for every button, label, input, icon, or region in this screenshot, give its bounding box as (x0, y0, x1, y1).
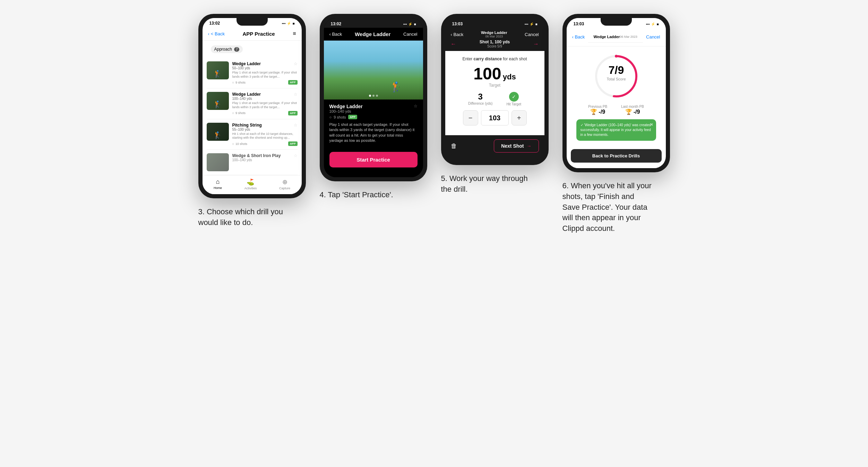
back-drills-btn[interactable]: Back to Practice Drills (571, 149, 662, 163)
notch-2 (358, 18, 389, 26)
time-1: 13:02 (209, 21, 220, 26)
carry-instruction: Enter carry distance for each shot (451, 57, 539, 61)
prev-pb-text: -/9 (599, 109, 605, 115)
back-btn-1[interactable]: ‹ < Back (208, 31, 225, 36)
phone-section-2: 13:02 ▪▪▪ ⚡ ■ ‹ < BackBack Wedge Ladder … (320, 14, 427, 200)
category-row: Approach 7 (203, 41, 302, 58)
drill-name-block-3: Pitching String 55–100 yds (232, 123, 262, 131)
menu-icon-1[interactable]: ≡ (293, 31, 296, 37)
back-label-1: < Back (211, 31, 225, 36)
bottom-nav-activities[interactable]: ⛳ Activities (244, 178, 257, 190)
shot-body: Enter carry distance for each shot 100 y… (445, 51, 544, 135)
drill-name-block-2: Wedge Ladder 100–140 yds (232, 92, 261, 101)
bottom-filler-4 (567, 163, 666, 168)
wifi-icon-2: ⚡ (408, 22, 412, 26)
results-nav: ‹ Back Wedge Ladder 06 Mar 2023 Cancel (567, 28, 666, 46)
difference-label: Difference (yds) (468, 102, 492, 105)
drill-thumb-golfer-1: 🏌️ (213, 70, 222, 78)
stepper-minus-btn[interactable]: − (463, 110, 478, 126)
drill-footer-3: ○ 10 shots APP (232, 141, 298, 146)
activities-icon: ⛳ (247, 178, 254, 186)
star-icon-1: ☆ (294, 61, 298, 66)
phone-frame-1: 13:02 ▪▪▪ ⚡ ■ ‹ < Back APP Practice ≡ (198, 14, 306, 198)
capture-icon: ⊕ (282, 178, 287, 186)
time-3: 13:03 (452, 21, 463, 26)
phone-screen-1: 13:02 ▪▪▪ ⚡ ■ ‹ < Back APP Practice ≡ (203, 18, 302, 194)
status-bar-2: 13:02 ▪▪▪ ⚡ ■ (324, 18, 423, 28)
drill-item-3[interactable]: 🏌️ Pitching String 55–100 yds ☆ Hit 1 sh… (207, 119, 298, 150)
back-btn-4[interactable]: ‹ Back (572, 34, 585, 40)
prev-pb-value: 🏆 -/9 (588, 109, 607, 115)
nav-header-1: ‹ < Back APP Practice ≡ (203, 27, 302, 41)
next-arrow[interactable]: → (533, 41, 539, 47)
svg-text:Total Score: Total Score (607, 77, 626, 81)
drill-thumb-3: 🏌️ (207, 123, 229, 141)
caption-1: 3. Choose which drill you would like to … (198, 207, 289, 228)
drill-item-1[interactable]: 🏌️ Wedge Ladder 50–100 yds ☆ Play 1 shot… (207, 58, 298, 88)
svg-text:7/9: 7/9 (608, 64, 624, 76)
shot-number: Shot 1, 100 yds (480, 40, 510, 44)
wedge-nav: ‹ < BackBack Wedge Ladder Cancel (324, 28, 423, 41)
drill-desc-2: Play 1 shot at each target yardage. If y… (232, 101, 298, 109)
next-shot-label: Next Shot (501, 143, 524, 149)
drill-title-row-4: Wedge & Short Iron Play 100–140 yds ☆ (232, 153, 298, 162)
battery-icon-4: ■ (656, 22, 659, 26)
next-shot-btn[interactable]: Next Shot → (494, 139, 539, 153)
caption-3: 5. Work your way through the drill. (441, 173, 531, 195)
phone-screen-3: 13:03 ▪▪▪ ⚡ ■ ‹ Back Wedge Ladder 06 Ma (445, 18, 544, 161)
toast-close-btn[interactable]: × (650, 121, 653, 128)
cancel-btn-4[interactable]: Cancel (646, 34, 660, 40)
drill-item-2[interactable]: 🏌️ Wedge Ladder 100–140 yds ☆ Play 1 sho… (207, 88, 298, 119)
stepper-plus-btn[interactable]: + (512, 110, 527, 126)
phone-section-4: 13:03 ▪▪▪ ⚡ ■ ‹ Back Wedge Ladder 06 Mar… (562, 14, 670, 234)
carry-bold: carry distance (473, 57, 501, 61)
dot-3 (376, 95, 378, 97)
prev-arrow[interactable]: ← (451, 41, 456, 47)
drill-footer-2: ○ 9 shots APP (232, 111, 298, 115)
back-btn-3[interactable]: ‹ Back (451, 32, 464, 37)
hit-target-label: Hit Target (506, 102, 521, 106)
pb-row: Previous PB 🏆 -/9 Last month PB 🏆 -/9 (572, 105, 660, 115)
star-icon-wedge: ☆ (414, 104, 418, 109)
drill-thumb-4 (207, 153, 229, 171)
svg-point-2 (615, 55, 618, 58)
trash-btn[interactable]: 🗑 (451, 142, 457, 150)
shots-label-3: ○ 10 shots (232, 142, 247, 146)
drill-thumb-golfer-3: 🏌️ (213, 131, 222, 139)
drill-info-2: Wedge Ladder 100–140 yds ☆ Play 1 shot a… (232, 92, 298, 115)
shot-nav-date: 06 Mar 2023 (481, 35, 507, 38)
results-subtitle: 06 Mar 2023 (620, 35, 637, 38)
star-icon-3: ☆ (294, 123, 298, 128)
notch-4 (601, 18, 632, 26)
shot-score: Score 5/9 (480, 44, 510, 48)
bottom-filler-2 (324, 172, 423, 177)
battery-icon-1: ■ (292, 21, 294, 25)
bottom-nav-capture[interactable]: ⊕ Capture (279, 178, 290, 190)
shots-label-2: ○ 9 shots (232, 111, 246, 115)
success-toast: ✓ 'Wedge Ladder (100–140 yds)' was creat… (576, 119, 656, 141)
start-practice-btn[interactable]: Start Practice (329, 152, 418, 167)
shot-nav-title: Wedge Ladder 06 Mar 2023 (481, 31, 507, 38)
back-btn-2[interactable]: ‹ < BackBack (329, 32, 342, 37)
status-bar-3: 13:03 ▪▪▪ ⚡ ■ (445, 18, 544, 28)
stepper-value: 103 (481, 110, 509, 126)
drill-item-4[interactable]: Wedge & Short Iron Play 100–140 yds ☆ (207, 150, 298, 175)
check-icon-toast: ✓ (581, 123, 584, 127)
cancel-btn-2[interactable]: Cancel (403, 32, 417, 37)
app-badge-1: APP (288, 80, 297, 85)
shot-nav-row1: ‹ Back Wedge Ladder 06 Mar 2023 Cancel (451, 31, 539, 38)
target-display: 100 yds Target (451, 66, 539, 88)
results-body: 7/9 Total Score Previous PB 🏆 -/9 (567, 46, 666, 149)
status-bar-1: 13:02 ▪▪▪ ⚡ ■ (203, 18, 302, 27)
target-unit: yds (503, 72, 516, 81)
shot-nav: ‹ Back Wedge Ladder 06 Mar 2023 Cancel ←… (445, 28, 544, 51)
prev-pb-label: Previous PB (588, 105, 607, 109)
wedge-shots-label: 9 shots (334, 115, 346, 119)
time-4: 13:03 (574, 21, 584, 26)
wedge-title-block: Wedge Ladder 100–140 yds (329, 104, 363, 113)
cancel-btn-3[interactable]: Cancel (525, 32, 539, 37)
status-icons-1: ▪▪▪ ⚡ ■ (282, 21, 295, 25)
bottom-nav-1: ⌂ Home ⛳ Activities ⊕ Capture (203, 175, 302, 194)
phone-section-1: 13:02 ▪▪▪ ⚡ ■ ‹ < Back APP Practice ≡ (198, 14, 306, 228)
bottom-nav-home[interactable]: ⌂ Home (214, 178, 222, 190)
